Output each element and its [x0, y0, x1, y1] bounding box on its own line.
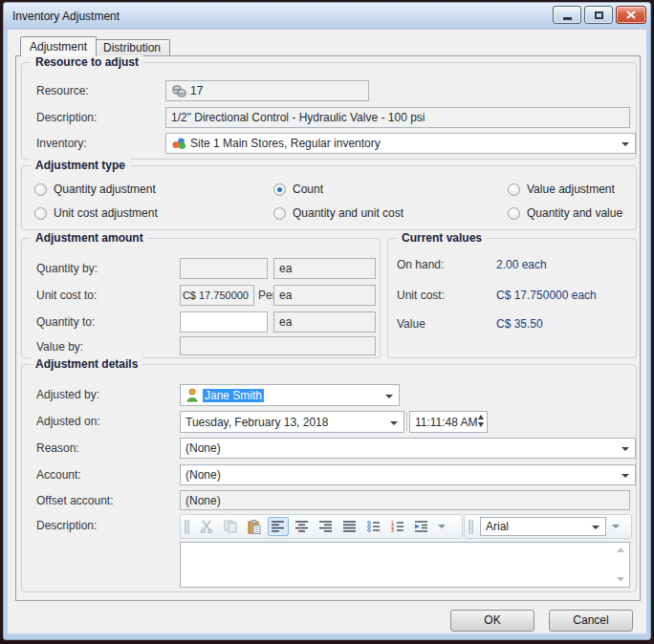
radio-circle: [508, 183, 520, 196]
unit-value: ea: [279, 262, 292, 275]
quantity-to-input[interactable]: [180, 311, 268, 333]
on-hand-value: 2.00 each: [496, 254, 547, 275]
copy-icon: [224, 520, 237, 533]
radio-quantity-and-value[interactable]: Quantity and value: [508, 205, 622, 221]
account-combobox[interactable]: (None): [180, 464, 636, 485]
unit-value: ea: [279, 315, 292, 329]
cancel-button[interactable]: Cancel: [549, 610, 633, 632]
chevron-down-icon: [385, 395, 393, 398]
time-spinner[interactable]: [478, 415, 484, 427]
reason-label: Reason:: [36, 438, 79, 459]
quantity-to-unit-field: ea: [273, 311, 376, 333]
unit-value: ea: [279, 289, 292, 302]
toolbar-grip[interactable]: [469, 520, 470, 534]
tab-distribution[interactable]: Distribution: [94, 39, 170, 56]
radio-quantity-and-unit-cost[interactable]: Quantity and unit cost: [273, 205, 403, 221]
radio-quantity-adjustment[interactable]: Quantity adjustment: [34, 182, 156, 197]
radio-value-adjustment[interactable]: Value adjustment: [508, 182, 615, 197]
adjusted-by-value: Jane Smith: [203, 389, 264, 402]
reason-combobox[interactable]: (None): [180, 438, 636, 459]
description-field[interactable]: 1/2" Directional Control - Hydraulic Val…: [165, 107, 630, 128]
toolbar-grip[interactable]: [185, 520, 186, 534]
toolbar-overflow-button[interactable]: [435, 517, 448, 536]
radio-count[interactable]: Count: [273, 182, 323, 197]
value-by-input[interactable]: [180, 336, 376, 355]
titlebar[interactable]: Inventory Adjustment: [4, 3, 650, 30]
offset-account-label: Offset account:: [36, 490, 114, 511]
inventory-adjustment-window: Inventory Adjustment Adjustment Distribu…: [0, 0, 654, 644]
indent-button[interactable]: [411, 517, 432, 536]
quantity-by-input[interactable]: [180, 258, 268, 279]
resource-icon: [171, 84, 186, 97]
radio-label: Quantity and unit cost: [293, 206, 403, 220]
scroll-down-icon[interactable]: [617, 577, 624, 582]
window-title: Inventory Adjustment: [12, 10, 120, 23]
description-label: Description:: [36, 107, 97, 128]
chevron-down-icon: [621, 447, 629, 451]
unit-cost-unit-field: ea: [273, 285, 376, 306]
close-button[interactable]: [616, 6, 646, 24]
align-left-button[interactable]: [268, 517, 289, 536]
ok-button[interactable]: OK: [450, 610, 534, 632]
align-left-icon: [272, 521, 285, 532]
justify-button[interactable]: [339, 517, 360, 536]
unit-cost-to-value: C$ 17.750000: [183, 290, 249, 301]
adjusted-by-combobox[interactable]: Jane Smith: [180, 384, 400, 406]
radio-circle: [34, 183, 47, 196]
maximize-button[interactable]: [584, 6, 613, 24]
adjusted-on-date-combobox[interactable]: Tuesday, February 13, 2018: [180, 411, 404, 433]
font-toolbar-overflow-button[interactable]: [609, 517, 622, 536]
minimize-icon: [563, 17, 572, 20]
align-right-icon: [319, 521, 333, 532]
on-hand-label: On hand:: [397, 254, 444, 275]
window-frame: Inventory Adjustment Adjustment Distribu…: [3, 2, 651, 640]
radio-circle: [34, 207, 47, 220]
bullet-list-button[interactable]: [363, 517, 384, 536]
value-by-label: Value by:: [36, 336, 83, 357]
justify-icon: [343, 521, 357, 532]
radio-label: Quantity adjustment: [54, 182, 156, 196]
cut-button[interactable]: [196, 517, 217, 536]
adjusted-on-date-value: Tuesday, February 13, 2018: [185, 416, 328, 429]
font-name-combobox[interactable]: Arial: [480, 517, 606, 536]
inventory-combobox[interactable]: Site 1 Main Stores, Regular inventory: [165, 133, 636, 154]
numbered-list-button[interactable]: 123: [387, 517, 408, 536]
group-adjustment-details: Adjustment details Adjusted by: Jane Smi…: [21, 364, 637, 592]
offset-account-field[interactable]: (None): [180, 490, 630, 510]
align-right-button[interactable]: [316, 517, 337, 536]
group-title-resource: Resource to adjust: [31, 55, 143, 69]
scroll-up-icon[interactable]: [617, 547, 624, 552]
group-resource-to-adjust: Resource to adjust Resource: 17 Descript…: [21, 62, 637, 160]
group-title-details: Adjustment details: [31, 357, 142, 371]
tab-page-adjustment: Resource to adjust Resource: 17 Descript…: [15, 55, 641, 601]
paste-icon: [248, 520, 261, 534]
align-center-button[interactable]: [292, 517, 313, 536]
unit-cost-to-input[interactable]: C$ 17.750000: [180, 285, 254, 306]
resource-value: 17: [190, 84, 203, 97]
paste-button[interactable]: [244, 517, 265, 536]
value-label: Value: [397, 313, 425, 334]
radio-label: Unit cost adjustment: [54, 206, 158, 220]
resource-field[interactable]: 17: [165, 80, 369, 101]
quantity-by-label: Quantity by:: [36, 258, 98, 279]
radio-circle: [508, 207, 520, 220]
group-adjustment-amount: Adjustment amount Quantity by: ea Unit c…: [21, 238, 381, 358]
description-textarea[interactable]: [180, 542, 630, 588]
align-center-icon: [295, 521, 309, 532]
quantity-to-label: Quantity to:: [36, 311, 95, 333]
group-title-type: Adjustment type: [31, 159, 130, 172]
description-editor-label: Description:: [36, 515, 97, 536]
radio-unit-cost-adjustment[interactable]: Unit cost adjustment: [34, 205, 158, 221]
unit-cost-value: C$ 17.750000 each: [496, 285, 597, 306]
tab-adjustment[interactable]: Adjustment: [20, 36, 97, 56]
radio-label: Count: [293, 182, 323, 196]
copy-button[interactable]: [220, 517, 241, 536]
inventory-icon: [171, 137, 186, 150]
adjusted-on-time-field[interactable]: 11:11:48 AM: [409, 411, 488, 433]
font-name-value: Arial: [486, 520, 509, 533]
svg-text:3: 3: [391, 527, 394, 532]
close-icon: [626, 11, 636, 19]
minimize-button[interactable]: [553, 6, 581, 24]
chevron-down-icon: [621, 474, 629, 478]
value-value: C$ 35.50: [496, 313, 543, 334]
